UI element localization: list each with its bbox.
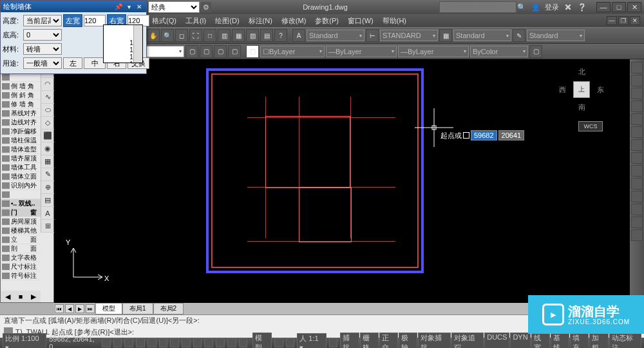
workspace-select[interactable]: 经典: [148, 1, 200, 13]
menu-format[interactable]: 格式(Q): [148, 15, 180, 27]
view-cube-top[interactable]: 上: [573, 81, 590, 98]
palette-tool-icon[interactable]: ◠: [41, 78, 54, 91]
palette-item[interactable]: 墙体工具: [1, 163, 41, 172]
height-select[interactable]: 当前层高: [23, 15, 62, 26]
tool-a-icon[interactable]: □: [204, 29, 216, 42]
tab-layout1[interactable]: 布局1: [122, 303, 153, 314]
zoom-icon[interactable]: 🔍: [161, 29, 174, 42]
palette-item[interactable]: 识别内外: [1, 181, 41, 190]
status-toggle[interactable]: 栅格: [360, 333, 379, 348]
rtool-icon[interactable]: [631, 88, 643, 99]
status-toggle[interactable]: 加粗: [589, 333, 608, 348]
menu-modify[interactable]: 修改(M): [278, 15, 310, 27]
palette-item[interactable]: 墙柱保温: [1, 136, 41, 145]
palette-item[interactable]: 文字表格: [1, 253, 41, 262]
rtool-icon[interactable]: [631, 113, 643, 125]
menu-window[interactable]: 窗口(W): [344, 15, 377, 27]
layer-tool-b-icon[interactable]: ▢: [200, 45, 213, 58]
status-icon[interactable]: [113, 338, 122, 347]
palette-tool-icon[interactable]: A: [41, 207, 54, 220]
status-icon[interactable]: [286, 338, 295, 347]
rtool-icon[interactable]: [631, 191, 643, 202]
rtool-icon[interactable]: [631, 139, 643, 151]
status-icon[interactable]: [147, 338, 156, 347]
help-icon[interactable]: ❔: [577, 2, 587, 12]
exchange-icon[interactable]: 🗙: [563, 2, 573, 12]
lineweight-select[interactable]: — ByLayer▾: [326, 46, 397, 57]
menu-help[interactable]: 帮助(H): [379, 15, 410, 27]
color-swatch[interactable]: ▢: [246, 45, 259, 58]
rtool-icon[interactable]: [631, 126, 643, 138]
palette-item[interactable]: 墙齐屋顶: [1, 154, 41, 163]
palette-item[interactable]: 基线对齐: [1, 109, 41, 118]
child-restore-button[interactable]: ❐: [618, 16, 629, 25]
palette-item[interactable]: 净距偏移: [1, 127, 41, 136]
login-label[interactable]: 登录: [545, 3, 559, 12]
palette-item[interactable]: 楼梯其他: [1, 226, 41, 235]
child-close-button[interactable]: ✕: [630, 16, 640, 25]
status-icon[interactable]: [274, 338, 283, 347]
palette-item[interactable]: 倒 墙 角: [1, 82, 41, 91]
palette-tool-icon[interactable]: ⬛: [41, 130, 54, 142]
tab-nav-first-icon[interactable]: ⏮: [55, 304, 64, 313]
dropdown-scrollbar[interactable]: [133, 25, 142, 63]
tool-b-icon[interactable]: ▥: [218, 29, 231, 42]
align-mid-button[interactable]: 中: [84, 57, 106, 69]
status-toggle[interactable]: 基线: [551, 333, 569, 348]
pal-nav-mid-icon[interactable]: ■: [19, 293, 23, 300]
palette-item[interactable]: 符号标注: [1, 271, 41, 280]
tool-d-icon[interactable]: ▧: [246, 29, 259, 42]
palette-item[interactable]: ▪.. 双线..: [1, 199, 41, 208]
dimstyle-select[interactable]: STANDARD▾: [380, 30, 438, 41]
menu-param[interactable]: 参数(P): [311, 15, 343, 27]
status-toggle[interactable]: DYN: [510, 333, 530, 348]
mleaderstyle-select[interactable]: Standard▾: [527, 30, 585, 41]
base-select[interactable]: 0: [23, 29, 62, 41]
linetype-select[interactable]: ▢ ByLayer▾: [260, 46, 325, 57]
rtool-icon[interactable]: [631, 178, 643, 189]
palette-tool-icon[interactable]: ⬭: [41, 104, 54, 117]
layer-tool-d-icon[interactable]: ▢: [228, 45, 241, 58]
palette-tool-icon[interactable]: ✎: [41, 168, 54, 181]
panel-pin-icon[interactable]: 📌: [114, 2, 123, 11]
maximize-button[interactable]: □: [612, 2, 626, 12]
palette-tool-icon[interactable]: ⊕: [41, 181, 54, 194]
child-minimize-button[interactable]: —: [607, 16, 617, 25]
palette-item[interactable]: 尺寸标注: [1, 262, 41, 271]
palette-item[interactable]: 边线对齐: [1, 118, 41, 127]
align-left-button[interactable]: 左: [63, 57, 82, 69]
panel-menu-icon[interactable]: ▾: [124, 2, 133, 11]
left-width-label[interactable]: 左宽: [63, 14, 82, 27]
palette-tool-icon[interactable]: ▤: [41, 194, 54, 207]
rtool-icon[interactable]: [631, 152, 643, 164]
palette-item[interactable]: 墙体造型: [1, 145, 41, 154]
status-icon[interactable]: [102, 338, 111, 347]
rtool-icon[interactable]: [631, 62, 643, 73]
pal-nav-right-icon[interactable]: ▶: [31, 293, 36, 301]
status-icon[interactable]: [216, 338, 225, 347]
dyn-y-input[interactable]: 20641: [498, 130, 525, 140]
palette-tool-icon[interactable]: ◉: [41, 142, 54, 155]
rtool-icon[interactable]: [631, 229, 643, 241]
palette-item[interactable]: [1, 190, 41, 199]
palette-item[interactable]: 剖 面: [1, 244, 41, 253]
palette-item[interactable]: 门 窗: [1, 208, 41, 217]
menu-draw[interactable]: 绘图(D): [211, 15, 243, 27]
status-toggle[interactable]: 线宽: [531, 333, 550, 348]
status-toggle[interactable]: 对象捕捉: [418, 333, 450, 348]
palette-tool-icon[interactable]: ◇: [41, 117, 54, 130]
textstyle-select[interactable]: Standard▾: [307, 30, 365, 41]
tab-layout2[interactable]: 布局2: [153, 303, 184, 314]
drawing-canvas[interactable]: 起点或 59682 20641 Y X 北 东 南 西 上 WCS: [54, 59, 630, 303]
tablestyle-icon[interactable]: ▦: [439, 29, 452, 42]
wcs-badge[interactable]: WCS: [578, 121, 603, 131]
tool-e-icon[interactable]: ▤: [260, 29, 273, 42]
panel-close-icon[interactable]: ✕: [135, 2, 144, 11]
tab-nav-prev-icon[interactable]: ◀: [65, 304, 74, 313]
status-icon[interactable]: [170, 338, 179, 347]
palette-item[interactable]: 房间屋顶: [1, 217, 41, 226]
layer-tool-a-icon[interactable]: ▢: [185, 45, 198, 58]
status-toggle[interactable]: 正交: [379, 333, 398, 348]
status-icon[interactable]: [124, 338, 133, 347]
status-toggle[interactable]: 填充: [570, 333, 589, 348]
